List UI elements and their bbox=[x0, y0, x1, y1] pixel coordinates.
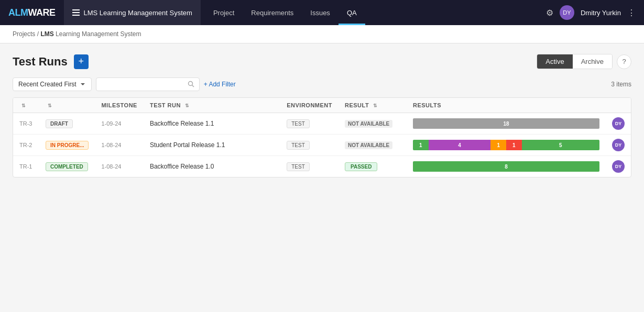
add-filter-button[interactable]: + Add Filter bbox=[204, 81, 236, 88]
nav-project-label: LMS Learning Management System bbox=[84, 9, 192, 17]
status-badge: COMPLETED bbox=[46, 162, 88, 171]
svg-point-0 bbox=[188, 82, 192, 86]
cell-testrun[interactable]: Backoffice Release 1.1 bbox=[144, 113, 280, 135]
more-options-icon[interactable]: ⋮ bbox=[627, 8, 636, 18]
user-name: Dmitry Yurkin bbox=[581, 9, 621, 17]
environment-badge: TEST bbox=[287, 141, 310, 150]
nav-right-section: ⚙ DY Dmitry Yurkin ⋮ bbox=[546, 5, 636, 20]
cell-result: PASSED bbox=[339, 156, 407, 177]
cell-testrun[interactable]: Student Portal Release 1.1 bbox=[144, 135, 280, 156]
cell-result: NOT AVAILABLE bbox=[339, 113, 407, 135]
page-header-left: Test Runs + bbox=[13, 54, 89, 69]
results-bar-segment: 5 bbox=[522, 140, 599, 150]
user-avatar: DY bbox=[560, 5, 574, 20]
row-date: 1-08-24 bbox=[101, 163, 121, 170]
svg-line-1 bbox=[192, 85, 194, 87]
col-header-user bbox=[606, 98, 631, 113]
row-id: TR-2 bbox=[19, 142, 32, 148]
tab-active[interactable]: Active bbox=[537, 54, 572, 69]
sort-label: Recent Created First bbox=[18, 81, 77, 88]
cell-results-bar: 18 bbox=[407, 113, 606, 135]
gear-icon[interactable]: ⚙ bbox=[546, 8, 553, 18]
add-test-run-button[interactable]: + bbox=[74, 54, 89, 69]
col-header-result[interactable]: RESULT ⇅ bbox=[339, 98, 407, 113]
results-bar-segment: 18 bbox=[413, 118, 599, 129]
col-header-id1: ⇅ bbox=[13, 98, 39, 113]
cell-testrun[interactable]: Backoffice Release 1.0 bbox=[144, 156, 280, 177]
status-badge: IN PROGRE... bbox=[46, 141, 89, 150]
search-input[interactable] bbox=[101, 81, 184, 88]
cell-id: TR-1 bbox=[13, 156, 39, 177]
nav-tab-project[interactable]: Project bbox=[205, 0, 243, 25]
cell-environment: TEST bbox=[280, 156, 339, 177]
page-header-right: Active Archive ? bbox=[537, 54, 631, 69]
col-header-environment: ENVIRONMENT bbox=[280, 98, 339, 113]
tab-archive[interactable]: Archive bbox=[573, 54, 612, 69]
results-bar: 18 bbox=[413, 118, 599, 129]
cell-user: DY bbox=[606, 156, 631, 177]
row-id: TR-3 bbox=[19, 120, 32, 127]
chevron-down-icon bbox=[80, 81, 86, 87]
cell-results-bar: 8 bbox=[407, 156, 606, 177]
table-row[interactable]: TR-3DRAFT1-09-24Backoffice Release 1.1TE… bbox=[13, 113, 631, 135]
result-badge: PASSED bbox=[345, 162, 377, 171]
breadcrumb: Projects / LMS Learning Management Syste… bbox=[0, 25, 644, 43]
testrun-name: Backoffice Release 1.0 bbox=[150, 163, 214, 170]
results-bar-segment: 1 bbox=[506, 140, 522, 150]
status-badge: DRAFT bbox=[46, 119, 73, 128]
user-avatar-small: DY bbox=[612, 160, 625, 173]
nav-tab-qa[interactable]: QA bbox=[339, 0, 365, 25]
test-runs-table: ⇅ ⇅ MILESTONE TEST RUN ⇅ ENVIRONMENT RES… bbox=[13, 97, 631, 177]
nav-tab-requirements[interactable]: Requirements bbox=[243, 0, 302, 25]
results-bar-segment: 4 bbox=[429, 140, 491, 150]
items-count: 3 items bbox=[611, 81, 631, 88]
cell-environment: TEST bbox=[280, 135, 339, 156]
row-id: TR-1 bbox=[19, 163, 32, 170]
nav-tab-issues[interactable]: Issues bbox=[302, 0, 339, 25]
search-icon bbox=[188, 81, 195, 88]
result-badge: NOT AVAILABLE bbox=[345, 120, 392, 128]
project-menu-button[interactable]: LMS Learning Management System bbox=[64, 0, 201, 25]
logo-suffix: WARE bbox=[28, 7, 56, 18]
cell-status: DRAFT bbox=[39, 113, 95, 135]
cell-date: 1-08-24 bbox=[95, 135, 143, 156]
main-content: Test Runs + Active Archive ? Recent Crea… bbox=[0, 43, 644, 188]
table-row[interactable]: TR-2IN PROGRE...1-08-24Student Portal Re… bbox=[13, 135, 631, 156]
sort-icon-testrun: ⇅ bbox=[185, 103, 190, 108]
toolbar: Recent Created First + Add Filter 3 item… bbox=[13, 77, 631, 91]
page-header: Test Runs + Active Archive ? bbox=[13, 54, 631, 69]
table-header-row: ⇅ ⇅ MILESTONE TEST RUN ⇅ ENVIRONMENT RES… bbox=[13, 98, 631, 113]
col-header-milestone: MILESTONE bbox=[95, 98, 143, 113]
cell-environment: TEST bbox=[280, 113, 339, 135]
user-avatar-small: DY bbox=[612, 139, 625, 151]
breadcrumb-projects[interactable]: Projects bbox=[13, 30, 35, 38]
active-archive-tabs: Active Archive bbox=[537, 54, 613, 69]
app-logo[interactable]: ALMWARE bbox=[8, 7, 56, 18]
page-title: Test Runs bbox=[13, 55, 68, 69]
col-header-results: RESULTS bbox=[407, 98, 606, 113]
environment-badge: TEST bbox=[287, 119, 310, 128]
results-bar-segment: 1 bbox=[490, 140, 506, 150]
top-navigation: ALMWARE LMS Learning Management System P… bbox=[0, 0, 644, 25]
col-header-testrun[interactable]: TEST RUN ⇅ bbox=[144, 98, 280, 113]
testrun-name: Backoffice Release 1.1 bbox=[150, 120, 214, 127]
result-badge: NOT AVAILABLE bbox=[345, 141, 392, 149]
cell-status: COMPLETED bbox=[39, 156, 95, 177]
cell-user: DY bbox=[606, 113, 631, 135]
table-row[interactable]: TR-1COMPLETED1-08-24Backoffice Release 1… bbox=[13, 156, 631, 177]
results-bar-segment: 8 bbox=[413, 161, 599, 172]
sort-icon-result: ⇅ bbox=[373, 103, 378, 108]
row-date: 1-09-24 bbox=[101, 120, 121, 127]
testrun-name: Student Portal Release 1.1 bbox=[150, 141, 225, 149]
cell-id: TR-2 bbox=[13, 135, 39, 156]
sort-dropdown[interactable]: Recent Created First bbox=[13, 77, 92, 91]
cell-date: 1-09-24 bbox=[95, 113, 143, 135]
col-header-status: ⇅ bbox=[39, 98, 95, 113]
cell-result: NOT AVAILABLE bbox=[339, 135, 407, 156]
environment-badge: TEST bbox=[287, 162, 310, 171]
logo-text: ALM bbox=[8, 7, 28, 18]
help-button[interactable]: ? bbox=[617, 54, 631, 69]
cell-id: TR-3 bbox=[13, 113, 39, 135]
cell-results-bar: 14115 bbox=[407, 135, 606, 156]
results-bar-segment: 1 bbox=[413, 140, 429, 150]
